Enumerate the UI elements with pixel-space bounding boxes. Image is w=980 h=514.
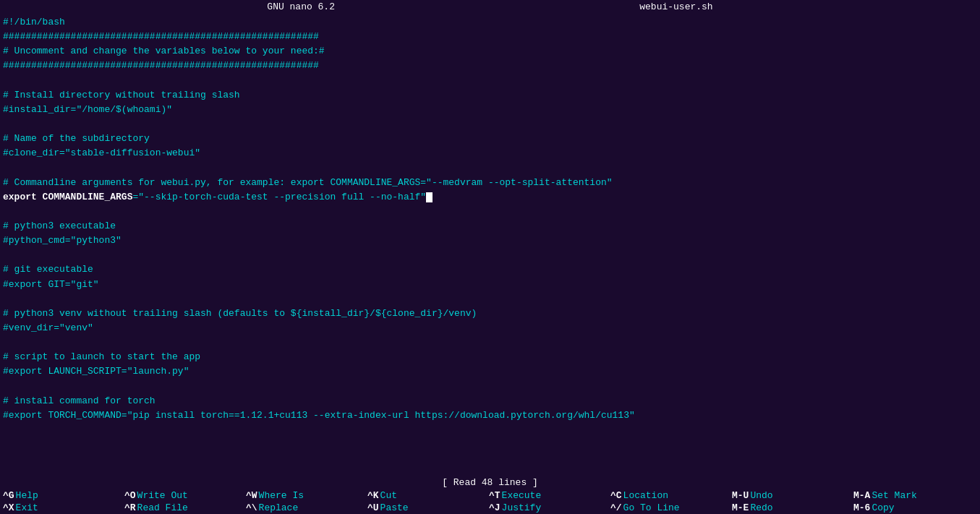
shortcut-key: ^T (489, 490, 500, 501)
shortcut-item[interactable]: ^\ Replace (243, 502, 365, 513)
status-bar: [ Read 48 lines ] (0, 476, 980, 489)
shortcut-label: Cut (380, 490, 397, 501)
shortcut-item[interactable]: ^K Cut (365, 490, 486, 501)
shortcut-key: ^X (3, 502, 14, 513)
shortcut-label: Go To Line (623, 502, 680, 513)
shortcut-key: ^O (124, 490, 136, 501)
editor-line: # Install directory without trailing sla… (3, 88, 977, 103)
shortcut-item[interactable]: M-A Set Mark (851, 490, 972, 501)
shortcut-key: ^J (489, 502, 500, 513)
shortcut-key: ^U (367, 502, 379, 513)
shortcut-label: Paste (380, 502, 409, 513)
editor-line: #export GIT="git" (3, 278, 977, 292)
shortcut-label: Undo (750, 490, 772, 501)
shortcut-key: M-U (732, 490, 749, 501)
editor-line (3, 74, 977, 88)
shortcut-item[interactable]: M-E Redo (729, 502, 851, 513)
text-cursor (426, 192, 433, 202)
editor-line: # install command for torch (3, 394, 977, 408)
editor-line: # python3 venv without trailing slash (d… (3, 307, 977, 321)
shortcut-item[interactable]: ^/ Go To Line (608, 502, 729, 513)
editor-line: #python_cmd="python3" (3, 234, 977, 248)
shortcut-label: Set Mark (872, 490, 916, 501)
shortcut-key: ^W (246, 490, 257, 501)
shortcut-label: Write Out (137, 490, 188, 501)
editor-line: ########################################… (3, 59, 977, 73)
file-name: webui-user.sh (639, 1, 712, 12)
shortcut-item[interactable]: M-6 Copy (851, 502, 972, 513)
shortcut-label: Help (16, 490, 38, 501)
editor-line: #export LAUNCH_SCRIPT="launch.py" (3, 364, 977, 379)
shortcut-item[interactable]: ^C Location (608, 490, 729, 501)
shortcut-item[interactable]: ^O Write Out (122, 490, 243, 501)
shortcut-label: Redo (750, 502, 772, 513)
shortcut-key: ^K (367, 490, 379, 501)
shortcut-item[interactable]: ^G Help (0, 490, 122, 501)
status-message: [ Read 48 lines ] (442, 477, 538, 488)
shortcut-item[interactable]: ^T Execute (486, 490, 608, 501)
shortcut-item[interactable]: ^X Exit (0, 502, 122, 513)
editor-line (3, 160, 977, 175)
editor-line: ########################################… (3, 30, 977, 44)
editor-line: #venv_dir="venv" (3, 321, 977, 335)
shortcut-item[interactable]: ^R Read File (122, 502, 243, 513)
shortcut-row-1: ^G Help^O Write Out^W Where Is^K Cut^T E… (0, 489, 980, 502)
bottom-bar: ^G Help^O Write Out^W Where Is^K Cut^T E… (0, 489, 980, 514)
title-bar: GNU nano 6.2 webui-user.sh (0, 0, 980, 14)
editor-line: # Uncomment and change the variables bel… (3, 44, 977, 59)
editor-line: #!/bin/bash (3, 15, 977, 30)
shortcut-key: ^R (124, 502, 136, 513)
shortcut-item[interactable]: ^U Paste (365, 502, 486, 513)
editor-line: # Commandline arguments for webui.py, fo… (3, 176, 977, 190)
shortcut-item[interactable]: ^W Where Is (243, 490, 365, 501)
shortcut-label: Read File (137, 502, 188, 513)
editor-line: #install_dir="/home/$(whoami)" (3, 103, 977, 117)
shortcut-label: Where Is (259, 490, 304, 501)
shortcut-key: M-A (853, 490, 870, 501)
shortcut-label: Exit (16, 502, 38, 513)
editor-line (3, 205, 977, 219)
shortcut-label: Justify (502, 502, 542, 513)
editor-area[interactable]: #!/bin/bash#############################… (0, 14, 980, 476)
editor-line (3, 380, 977, 394)
editor-line: # Name of the subdirectory (3, 132, 977, 146)
shortcut-label: Copy (872, 502, 894, 513)
editor-line (3, 292, 977, 307)
shortcut-label: Execute (502, 490, 542, 501)
editor-line (3, 248, 977, 262)
shortcut-key: M-6 (853, 502, 870, 513)
shortcut-row-2: ^X Exit^R Read File^\ Replace^U Paste^J … (0, 502, 980, 514)
shortcut-item[interactable]: M-U Undo (729, 490, 851, 501)
editor-line: #clone_dir="stable-diffusion-webui" (3, 146, 977, 160)
app-name: GNU nano 6.2 (267, 1, 335, 12)
shortcut-label: Replace (259, 502, 299, 513)
editor-line: #export TORCH_COMMAND="pip install torch… (3, 408, 977, 423)
editor-line: # python3 executable (3, 219, 977, 234)
shortcut-item[interactable]: ^J Justify (486, 502, 608, 513)
editor-line (3, 117, 977, 132)
editor-line: # script to launch to start the app (3, 350, 977, 364)
editor-line: # git executable (3, 262, 977, 277)
shortcut-key: ^C (610, 490, 622, 501)
shortcut-key: M-E (732, 502, 749, 513)
shortcut-key: ^G (3, 490, 14, 501)
shortcut-label: Location (623, 490, 668, 501)
editor-line: export COMMANDLINE_ARGS="--skip-torch-cu… (3, 190, 977, 205)
shortcut-key: ^\ (246, 502, 257, 513)
shortcut-key: ^/ (610, 502, 622, 513)
editor-line (3, 335, 977, 350)
